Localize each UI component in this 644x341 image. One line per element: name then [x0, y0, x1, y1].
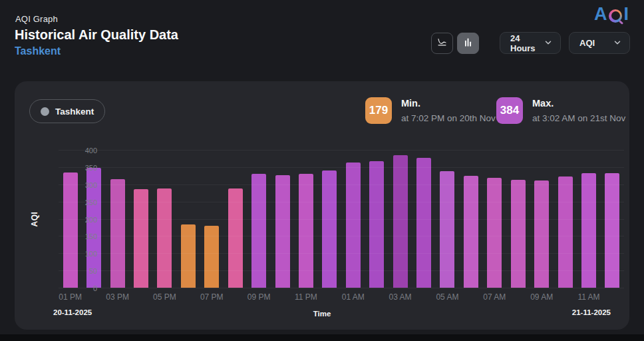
aqi-bar-04am[interactable] [416, 158, 431, 288]
min-detail: at 7:02 PM on 20th Nov [401, 113, 496, 123]
y-tick-label: 200 [64, 216, 97, 224]
x-tick-label: 03 AM [389, 292, 412, 302]
bar-chart-plot-area: AQI 01 PM03 PM05 PM07 PM09 PM11 PM01 AM0… [59, 150, 624, 288]
aqi-bar-08am[interactable] [511, 180, 526, 288]
page-title: Historical Air Quality Data [15, 27, 178, 43]
min-stat: 179 Min. at 7:02 PM on 20th Nov [365, 97, 496, 124]
gridline-0 [59, 288, 624, 288]
app-subtitle: AQI Graph [15, 14, 58, 24]
line-chart-icon [436, 37, 448, 50]
x-tick-label: 07 AM [483, 292, 506, 302]
legend-label: Tashkent [55, 107, 94, 117]
aqi-logo: A I [594, 4, 629, 25]
x-tick-label: 03 PM [106, 292, 129, 302]
y-tick-label: 400 [64, 147, 97, 155]
logo-q-icon [609, 9, 622, 23]
aqi-bar-05pm[interactable] [157, 188, 172, 288]
aqi-bar-09am[interactable] [534, 180, 549, 288]
line-chart-toggle-button[interactable] [431, 33, 453, 54]
x-tick-label: 11 AM [577, 292, 599, 302]
gridline-100 [59, 253, 624, 254]
logo-letter-a: A [594, 4, 608, 25]
x-tick-label: 11 PM [295, 292, 317, 302]
end-date-label: 21-11-2025 [572, 308, 611, 316]
gridline-250 [59, 202, 624, 202]
metric-value: AQI [579, 38, 595, 48]
x-tick-label: 07 PM [200, 292, 224, 302]
gridline-200 [59, 219, 624, 220]
bottom-edge-strip [0, 334, 644, 341]
aqi-bar-03pm[interactable] [110, 179, 125, 288]
time-range-value: 24 Hours [510, 33, 544, 53]
aqi-bar-08pm[interactable] [228, 188, 243, 288]
chart-card: Tashkent 179 Min. at 7:02 PM on 20th Nov… [15, 81, 629, 330]
aqi-bar-02am[interactable] [369, 161, 384, 288]
y-tick-label: 0 [64, 284, 97, 292]
aqi-bar-07am[interactable] [487, 178, 502, 288]
city-name: Tashkent [15, 45, 61, 57]
chevron-down-icon [544, 37, 552, 49]
legend-chip-tashkent[interactable]: Tashkent [29, 99, 105, 123]
y-tick-label: 150 [64, 232, 97, 240]
bar-chart-toggle-button[interactable] [457, 33, 479, 54]
chevron-down-icon [613, 37, 621, 49]
y-tick-label: 350 [64, 164, 97, 172]
x-tick-label: 09 AM [530, 292, 553, 302]
x-tick-label: 05 AM [436, 292, 458, 302]
y-tick-label: 100 [64, 250, 97, 258]
x-tick-label: 09 PM [247, 292, 271, 302]
max-detail: at 3:02 AM on 21st Nov [532, 113, 625, 123]
y-axis-title: AQI [30, 211, 39, 226]
max-stat: 384 Max. at 3:02 AM on 21st Nov [496, 97, 625, 124]
aqi-bar-04pm[interactable] [134, 189, 148, 288]
min-value-badge: 179 [365, 97, 392, 124]
y-tick-label: 50 [64, 267, 97, 275]
gridline-300 [59, 184, 624, 185]
gridline-150 [59, 236, 624, 236]
aqi-bar-03am[interactable] [393, 155, 408, 288]
legend-dot-icon [41, 107, 49, 116]
metric-dropdown[interactable]: AQI [569, 32, 630, 54]
max-label: Max. [532, 97, 625, 109]
gridline-400 [59, 150, 624, 151]
x-tick-label: 01 PM [59, 292, 82, 302]
x-tick-label: 05 PM [153, 292, 176, 302]
start-date-label: 20-11-2025 [53, 308, 92, 316]
y-tick-label: 300 [64, 181, 97, 189]
x-tick-label: 01 AM [342, 292, 365, 302]
max-value-badge: 384 [496, 97, 523, 124]
gridline-350 [59, 167, 624, 168]
aqi-bar-06pm[interactable] [181, 224, 196, 288]
aqi-bar-07pm[interactable] [204, 226, 219, 288]
logo-letter-i: I [623, 4, 629, 25]
gridline-50 [59, 270, 624, 271]
time-range-dropdown[interactable]: 24 Hours [500, 32, 561, 54]
aqi-bar-01am[interactable] [346, 163, 361, 288]
min-label: Min. [401, 97, 496, 109]
y-tick-label: 250 [64, 198, 97, 206]
x-axis-title: Time [313, 310, 331, 318]
bar-chart-icon [462, 37, 474, 51]
